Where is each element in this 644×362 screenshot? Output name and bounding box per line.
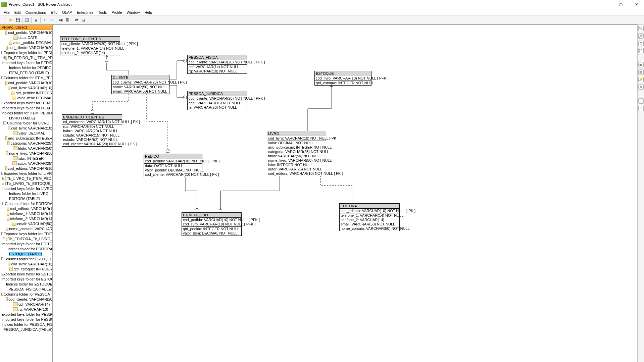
minimize-button[interactable]: —	[598, 0, 613, 9]
menubar: File Edit Connections ETL OLAP Enterpris…	[0, 9, 644, 16]
chart-icon[interactable]: 📊	[80, 17, 86, 23]
separator	[31, 17, 32, 23]
menu-enterprise[interactable]: Enterprise	[74, 10, 96, 15]
separator	[72, 17, 72, 23]
menu-tools[interactable]: Tools	[96, 10, 109, 15]
save-icon[interactable]: 💾	[15, 17, 21, 23]
app-icon	[1, 2, 7, 7]
toolbar: 📄 📂 💾 🔄 🖨 ↶ ↷ sql 🗄 ⇄ 📊	[0, 16, 644, 24]
window-buttons: — ▢ ✕	[598, 0, 644, 9]
menu-window[interactable]: Window	[124, 10, 142, 15]
menu-etl[interactable]: ETL	[48, 10, 60, 15]
close-button[interactable]: ✕	[629, 0, 644, 9]
print-icon[interactable]: 🖨	[33, 17, 39, 23]
menu-help[interactable]: Help	[142, 10, 155, 15]
separator	[40, 17, 41, 23]
open-icon[interactable]: 📂	[8, 17, 14, 23]
menu-profile[interactable]: Profile	[109, 10, 124, 15]
titlebar: Projeto_Curso1 - SQL Power Architect — ▢…	[0, 0, 644, 9]
db-icon[interactable]: 🗄	[64, 17, 70, 23]
redo-icon[interactable]: ↷	[49, 17, 55, 23]
undo-icon[interactable]: ↶	[42, 17, 48, 23]
menu-olap[interactable]: OLAP	[60, 10, 74, 15]
maximize-button[interactable]: ▢	[613, 0, 629, 9]
separator	[56, 17, 56, 23]
refresh-icon[interactable]: 🔄	[24, 17, 30, 23]
menu-file[interactable]: File	[1, 10, 12, 15]
separator	[22, 17, 22, 23]
compare-icon[interactable]: ⇄	[73, 17, 80, 23]
sql-icon[interactable]: sql	[58, 17, 64, 23]
window-title: Projeto_Curso1 - SQL Power Architect	[9, 2, 598, 6]
menu-connections[interactable]: Connections	[23, 10, 48, 15]
new-icon[interactable]: 📄	[1, 17, 7, 23]
menu-edit[interactable]: Edit	[12, 10, 23, 15]
